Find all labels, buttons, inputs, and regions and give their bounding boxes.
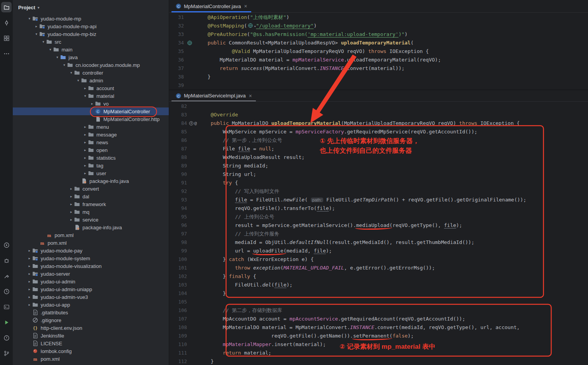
line-number[interactable]: 84 (169, 119, 187, 128)
tree-item[interactable]: ▸service (13, 216, 169, 223)
tree-item[interactable]: package-info.java (13, 177, 169, 185)
chevron-icon[interactable]: ▸ (82, 171, 88, 175)
version-control-tool-icon[interactable] (1, 348, 12, 358)
line-number[interactable]: 97 (169, 230, 187, 238)
history-tool-icon[interactable] (1, 286, 12, 297)
line-number[interactable]: 101 (169, 264, 187, 272)
tree-item[interactable]: ▾material (13, 92, 169, 100)
chevron-icon[interactable]: ▾ (82, 94, 88, 98)
chevron-icon[interactable]: ▸ (69, 187, 74, 191)
line-number[interactable]: 93 (169, 196, 187, 204)
code-line[interactable]: 100 } catch (WxErrorException e) { (169, 255, 588, 264)
code-line[interactable]: 87 File file = null; (169, 145, 588, 153)
line-number[interactable]: 85 (169, 128, 187, 136)
code-editor-controller[interactable]: 31 @ApiOperation("上传临时素材")32 @PostMappin… (169, 13, 588, 90)
line-number[interactable]: 35 (169, 47, 184, 56)
tree-item[interactable]: ▸yudao-ui-admin-vue3 (13, 293, 169, 301)
tree-item[interactable]: ▸yudao-module-pay (13, 247, 169, 254)
tree-item[interactable]: .gitattributes (13, 309, 169, 316)
code-line[interactable]: 95 // 上传到公众号 (169, 213, 588, 221)
tree-item[interactable]: ▸user (13, 169, 169, 177)
tree-item[interactable]: MpMaterialController.http (13, 115, 169, 123)
code-line[interactable]: 89 String mediaId; (169, 162, 588, 170)
chevron-icon[interactable]: ▸ (82, 164, 88, 167)
chevron-icon[interactable]: ▾ (55, 55, 60, 59)
tree-item[interactable]: ▸mq (13, 208, 169, 216)
tree-item[interactable]: mpom.xml (13, 239, 169, 247)
chevron-icon[interactable]: ▸ (27, 287, 32, 291)
tree-item[interactable]: ▸vo (13, 100, 169, 107)
line-number[interactable]: 33 (169, 30, 184, 39)
code-line[interactable]: 102 } finally { (169, 272, 588, 281)
tree-item[interactable]: ▾src (13, 38, 169, 46)
tree-item[interactable]: ▸yudao-ui-admin-uniapp (13, 285, 169, 293)
tree-item[interactable]: ▸statistics (13, 154, 169, 162)
code-line[interactable]: 101 throw exception(MATERIAL_UPLOAD_FAIL… (169, 264, 588, 272)
code-line[interactable]: 91 try { (169, 179, 588, 187)
chevron-icon[interactable]: ▸ (34, 24, 39, 28)
code-line[interactable]: 37 return success(MpMaterialConvert.INST… (169, 64, 588, 73)
tree-item[interactable]: ▸menu (13, 123, 169, 131)
code-line[interactable]: 105 (169, 298, 588, 306)
line-number[interactable]: 87 (169, 145, 187, 153)
code-line[interactable]: 31 @ApiOperation("上传临时素材") (169, 13, 588, 22)
code-line[interactable]: 94 reqVO.getFile().transferTo(file); (169, 204, 588, 213)
tree-item[interactable]: ▾controller (13, 69, 169, 77)
tree-item[interactable]: Jenkinsfile (13, 332, 169, 339)
code-line[interactable]: 93 file = FileUtil.newFile( path: FileUt… (169, 196, 588, 204)
line-number[interactable]: 92 (169, 187, 187, 196)
chevron-icon[interactable]: ▸ (82, 86, 88, 90)
line-number[interactable]: 109 (169, 332, 187, 340)
line-number[interactable]: 110 (169, 340, 187, 349)
close-icon[interactable]: × (249, 93, 252, 99)
line-number[interactable]: 39 (169, 81, 184, 90)
chevron-icon[interactable]: ▸ (82, 133, 88, 136)
override-gutter-icon[interactable]: @ (187, 119, 199, 128)
project-panel-title[interactable]: Project (18, 5, 35, 10)
line-number[interactable]: 104 (169, 289, 187, 298)
chevron-icon[interactable]: ▾ (69, 71, 74, 75)
chevron-icon[interactable]: ▸ (27, 264, 32, 268)
line-number[interactable]: 89 (169, 162, 187, 170)
tree-item[interactable]: mpom.xml (13, 355, 169, 363)
line-number[interactable]: 82 (169, 102, 187, 111)
code-line[interactable]: 99 url = uploadFile(mediaId, file); (169, 247, 588, 255)
code-line[interactable]: 33 @PreAuthorize("@ss.hasPermission('mp:… (169, 30, 588, 39)
chevron-icon[interactable]: ▸ (27, 303, 32, 307)
tree-item[interactable]: ▸open (13, 146, 169, 154)
code-line[interactable]: 106 // 第二步，存储到数据库 (169, 306, 588, 315)
code-line[interactable]: 35 @Valid MpMaterialUploadTemporaryReqVO… (169, 47, 588, 56)
chevron-icon[interactable]: ▸ (82, 148, 88, 152)
chevron-icon[interactable]: ▸ (82, 156, 88, 160)
line-number[interactable]: 108 (169, 323, 187, 332)
chevron-icon[interactable]: ▸ (82, 125, 88, 129)
line-number[interactable]: 98 (169, 238, 187, 247)
tree-item[interactable]: ▸yudao-server (13, 270, 169, 278)
tree-item[interactable]: lombok.config (13, 347, 169, 355)
tree-item[interactable]: ▸yudao-module-visualization (13, 262, 169, 270)
tree-item[interactable]: ▸account (13, 84, 169, 92)
line-number[interactable]: 83 (169, 111, 187, 119)
debug-tool-icon[interactable] (1, 255, 12, 266)
tree-item[interactable]: LICENSE (13, 339, 169, 347)
terminal-tool-icon[interactable] (1, 302, 12, 312)
services-tool-icon[interactable] (1, 240, 12, 250)
line-number[interactable]: 88 (169, 153, 187, 162)
tree-item[interactable]: ▸framework (13, 200, 169, 208)
line-number[interactable]: 96 (169, 221, 187, 230)
tree-item[interactable]: package-info.java (13, 223, 169, 231)
tree-item[interactable]: ▸tag (13, 162, 169, 169)
chevron-icon[interactable]: ▸ (69, 218, 74, 222)
tree-item[interactable]: ▸message (13, 131, 169, 138)
line-number[interactable]: 91 (169, 179, 187, 187)
tree-item[interactable]: ▾admin (13, 77, 169, 84)
line-number[interactable]: 86 (169, 136, 187, 145)
code-line[interactable]: 104 } (169, 289, 588, 298)
chevron-icon[interactable]: ▸ (27, 295, 32, 299)
chevron-icon[interactable]: ▾ (41, 40, 46, 44)
chevron-icon[interactable]: ▸ (69, 194, 74, 198)
line-number[interactable]: 111 (169, 349, 187, 357)
code-line[interactable]: 111 return material; (169, 349, 588, 357)
line-number[interactable]: 106 (169, 306, 187, 315)
code-line[interactable]: 39 (169, 81, 588, 90)
